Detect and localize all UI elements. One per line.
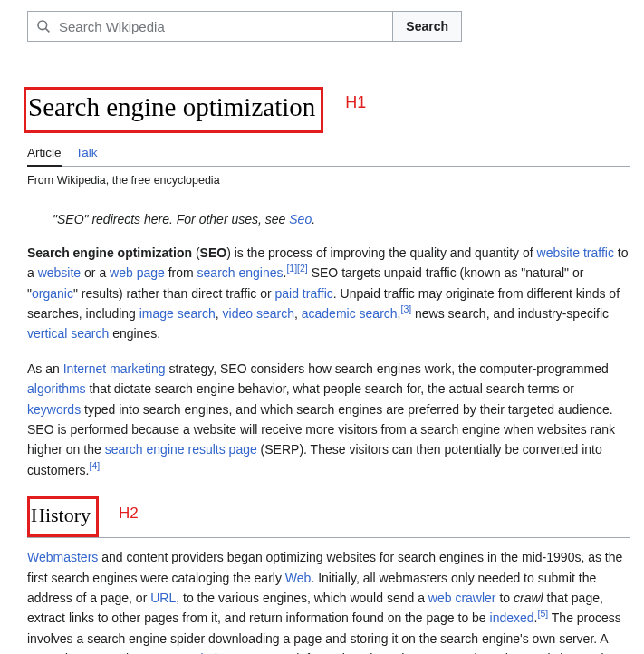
ref-4[interactable]: [4] [89,460,100,471]
section-heading-history: History [31,499,91,531]
h2-annotation-label: H2 [119,501,139,525]
h2-annotation-box: History [27,496,99,537]
link-organic[interactable]: organic [32,286,73,301]
link-academic-search[interactable]: academic search [302,306,398,321]
link-serp[interactable]: search engine results page [105,442,257,457]
svg-line-1 [45,28,49,32]
ref-2[interactable]: [2] [297,264,308,274]
bold-abbr: SEO [200,245,227,260]
link-algorithms[interactable]: algorithms [27,381,86,396]
link-webmasters[interactable]: Webmasters [27,550,98,564]
hatnote-link[interactable]: Seo [289,212,312,226]
hatnote: "SEO" redirects here. For other uses, se… [53,212,639,226]
link-web[interactable]: Web [285,571,312,585]
article-body: Search engine optimization (SEO) is the … [27,243,630,654]
link-search-engines[interactable]: search engines [197,265,284,280]
link-keywords[interactable]: keywords [27,402,81,417]
tab-talk[interactable]: Talk [76,146,98,166]
h1-annotation-label: H1 [345,93,366,112]
link-vertical-search[interactable]: vertical search [27,326,109,341]
hatnote-prefix: "SEO" redirects here. For other uses, se… [53,212,289,226]
search-input[interactable] [59,12,392,41]
ref-5[interactable]: [5] [537,609,548,620]
ref-1[interactable]: [1] [286,264,297,274]
paragraph-2: As an Internet marketing strategy, SEO c… [27,359,630,480]
hatnote-suffix: . [312,212,315,226]
link-website[interactable]: website [38,265,81,280]
paragraph-3: Webmasters and content providers began o… [27,547,630,654]
link-paid-traffic[interactable]: paid traffic [274,286,332,301]
italic-crawl: crawl [514,591,543,605]
page-subtitle: From Wikipedia, the free encyclopedia [27,174,639,187]
link-image-search[interactable]: image search [139,306,216,321]
tab-bar: Article Talk [27,146,630,167]
svg-point-0 [38,21,47,30]
link-website-traffic[interactable]: website traffic [537,245,614,260]
ref-3[interactable]: [3] [400,303,411,314]
link-url[interactable]: URL [150,591,176,605]
link-video-search[interactable]: video search [223,306,294,321]
search-icon [28,12,59,41]
search-bar: Search [27,11,462,42]
page-title: Search engine optimization [28,91,315,123]
section-heading-row: History H2 [27,496,630,538]
bold-term: Search engine optimization [27,245,192,260]
search-button[interactable]: Search [392,12,461,41]
link-indexed[interactable]: indexed [490,611,534,625]
link-web-crawler[interactable]: web crawler [428,591,496,605]
link-web-page[interactable]: web page [110,265,165,280]
paragraph-1: Search engine optimization (SEO) is the … [27,243,630,344]
tab-article[interactable]: Article [27,146,62,167]
link-internet-marketing[interactable]: Internet marketing [63,361,166,376]
h1-annotation-box: Search engine optimization H1 [24,87,323,133]
